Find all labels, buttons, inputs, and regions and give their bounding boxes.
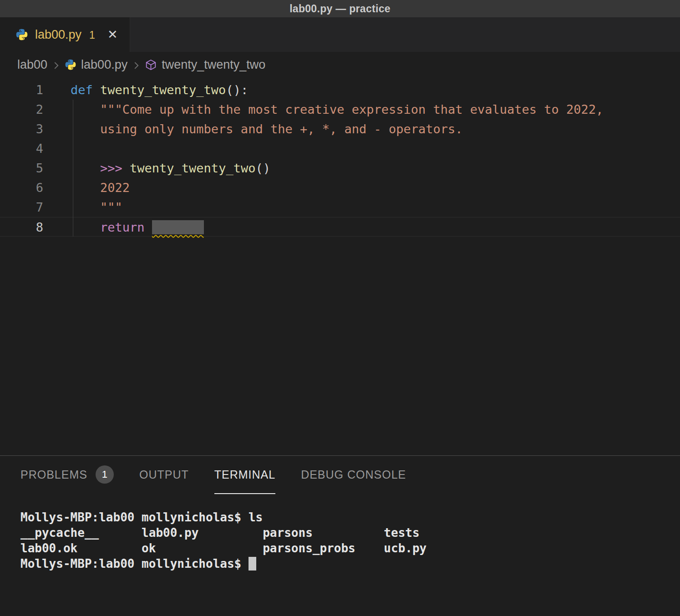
code-line-4[interactable]: 4: [0, 139, 680, 158]
code-text: using only numbers and the +, *, and - o…: [71, 119, 463, 139]
terminal-cursor: [249, 557, 256, 571]
window-title: lab00.py — practice: [289, 3, 391, 15]
terminal-line: Mollys-MBP:lab00 mollynicholas$ ls: [20, 510, 680, 525]
panel-tab-problems[interactable]: PROBLEMS1: [20, 456, 114, 494]
code-line-2[interactable]: 2 """Come up with the most creative expr…: [0, 100, 680, 119]
breadcrumb-label: lab00: [17, 58, 47, 72]
terminal-line: __pycache__ lab00.py parsons tests: [20, 525, 680, 540]
line-number: 4: [0, 139, 43, 158]
editor-tab-lab00py[interactable]: lab00.py 1 ✕: [0, 17, 130, 52]
breadcrumb-item-lab00[interactable]: lab00: [17, 58, 47, 72]
line-number: 5: [0, 158, 43, 178]
panel-tab-output[interactable]: OUTPUT: [139, 456, 189, 494]
line-number: 2: [0, 100, 43, 119]
breadcrumb-chevron-icon: [131, 61, 141, 71]
line-number: 7: [0, 197, 43, 217]
code-text: """: [71, 197, 122, 217]
window-titlebar: lab00.py — practice: [0, 0, 680, 17]
breadcrumb-item-twenty-twenty-two[interactable]: twenty_twenty_two: [145, 58, 265, 72]
panel-tab-label: OUTPUT: [139, 468, 189, 481]
line-number: 1: [0, 80, 43, 100]
code-text: """Come up with the most creative expres…: [71, 100, 603, 119]
panel-tabs: PROBLEMS1OUTPUTTERMINALDEBUG CONSOLE: [0, 456, 680, 494]
terminal-line: Mollys-MBP:lab00 mollynicholas$: [20, 556, 680, 571]
breadcrumb-label: twenty_twenty_two: [162, 58, 265, 72]
code-text: 2022: [71, 178, 130, 197]
code-text: def twenty_twenty_two():: [71, 80, 248, 100]
terminal-output[interactable]: Mollys-MBP:lab00 mollynicholas$ ls__pyca…: [0, 494, 680, 571]
breadcrumb-label: lab00.py: [81, 58, 127, 72]
terminal-line: lab00.ok ok parsons_probs ucb.py: [20, 540, 680, 556]
panel-tab-label: DEBUG CONSOLE: [301, 468, 406, 481]
code-text: return: [71, 217, 204, 236]
vscode-window: lab00.py — practice lab00.py 1 ✕ lab00la…: [0, 0, 680, 616]
code-line-6[interactable]: 6 2022: [0, 178, 680, 197]
breadcrumb-chevron-icon: [51, 61, 61, 71]
code-line-1[interactable]: 1def twenty_twenty_two():: [0, 80, 680, 100]
tab-filename: lab00.py: [35, 28, 81, 42]
python-icon: [15, 28, 28, 41]
code-line-8[interactable]: 8 return: [0, 217, 680, 237]
panel-tab-label: TERMINAL: [214, 468, 275, 481]
code-line-7[interactable]: 7 """: [0, 197, 680, 217]
panel-tab-debug-console[interactable]: DEBUG CONSOLE: [301, 456, 406, 494]
python-icon: [65, 59, 76, 71]
indent-guide: [73, 100, 73, 237]
line-number: 6: [0, 178, 43, 197]
panel-tab-label: PROBLEMS: [20, 468, 87, 481]
line-number: 3: [0, 119, 43, 139]
breadcrumb: lab00lab00.pytwenty_twenty_two: [0, 52, 680, 77]
problems-count-badge: 1: [96, 465, 114, 484]
bottom-panel: PROBLEMS1OUTPUTTERMINALDEBUG CONSOLE Mol…: [0, 455, 680, 616]
code-line-3[interactable]: 3 using only numbers and the +, *, and -…: [0, 119, 680, 139]
panel-tab-terminal[interactable]: TERMINAL: [214, 456, 275, 494]
code-text: >>> twenty_twenty_two(): [71, 158, 270, 178]
editor-tabstrip: lab00.py 1 ✕: [0, 17, 680, 52]
code-line-5[interactable]: 5 >>> twenty_twenty_two(): [0, 158, 680, 178]
return-expression-placeholder[interactable]: [152, 220, 204, 234]
breadcrumb-item-lab00-py[interactable]: lab00.py: [65, 58, 127, 72]
line-number: 8: [0, 217, 43, 236]
tab-close-icon[interactable]: ✕: [107, 29, 118, 41]
symbol-icon: [145, 59, 157, 71]
code-editor[interactable]: 1def twenty_twenty_two():2 """Come up wi…: [0, 77, 680, 455]
tab-problems-count: 1: [89, 28, 95, 41]
